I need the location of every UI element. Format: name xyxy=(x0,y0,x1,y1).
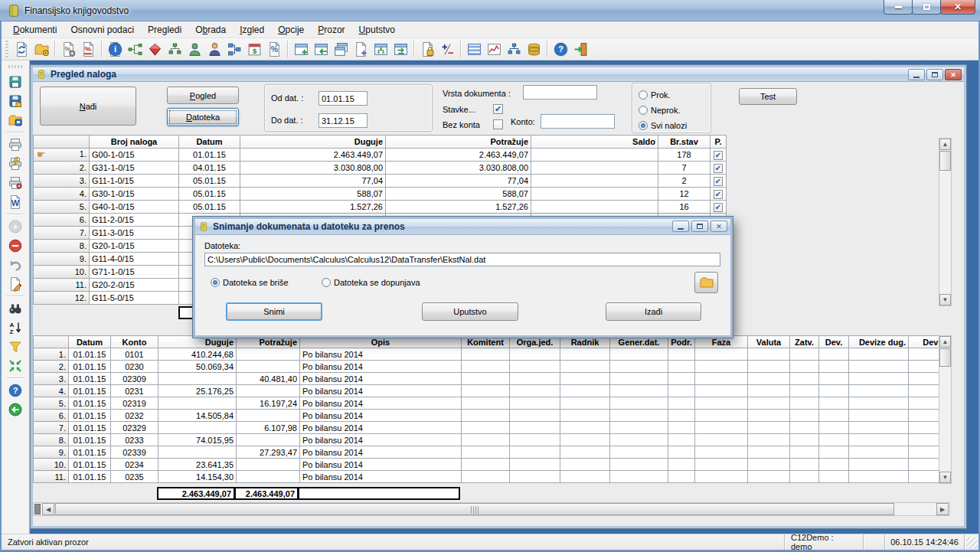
cell[interactable] xyxy=(560,422,610,434)
row-number[interactable]: 5. xyxy=(34,201,90,214)
datoteka-button[interactable]: Datoteka xyxy=(167,108,239,126)
fit-icon[interactable] xyxy=(5,356,26,375)
cell[interactable] xyxy=(462,348,510,361)
cell[interactable]: 01.01.15 xyxy=(69,373,111,385)
window-link-icon[interactable] xyxy=(390,39,410,59)
percent-doc-icon[interactable]: % xyxy=(78,39,98,59)
cell[interactable]: G00-1-0/15 xyxy=(90,149,179,162)
cell[interactable]: 1.527,26 xyxy=(240,201,386,214)
cell[interactable]: 25.176,25 xyxy=(158,385,237,397)
cell[interactable] xyxy=(695,459,748,471)
cell[interactable]: 23.641,35 xyxy=(158,459,237,471)
cell[interactable] xyxy=(668,373,695,385)
cell[interactable] xyxy=(560,434,610,446)
filter-icon[interactable] xyxy=(5,337,26,356)
cell[interactable] xyxy=(695,410,748,422)
save-icon[interactable] xyxy=(5,72,26,91)
nodes-icon[interactable] xyxy=(504,39,524,59)
split-handle[interactable] xyxy=(34,504,41,514)
child-titlebar[interactable]: Pregled naloga ✕ xyxy=(33,67,964,82)
cell[interactable] xyxy=(668,397,695,410)
cell[interactable]: 588,07 xyxy=(240,188,386,201)
posted-checkbox[interactable]: ✔ xyxy=(710,149,727,162)
cell[interactable] xyxy=(748,361,790,373)
print-settings-icon[interactable] xyxy=(5,173,26,192)
cell[interactable] xyxy=(668,422,695,434)
exit-icon[interactable] xyxy=(570,39,590,59)
cell[interactable] xyxy=(849,361,909,373)
save-as-icon[interactable] xyxy=(5,91,26,110)
stavke-checkbox[interactable]: ✔ xyxy=(493,104,503,114)
row-number[interactable]: 5. xyxy=(34,397,69,410)
snimi-button[interactable]: Snimi xyxy=(226,302,322,321)
cell[interactable]: 02329 xyxy=(111,422,158,434)
cell[interactable]: Po bilansu 2014 xyxy=(300,459,462,471)
cell[interactable]: 01.01.15 xyxy=(69,361,111,373)
percent-gear-icon[interactable]: % xyxy=(58,39,78,59)
cell[interactable] xyxy=(695,446,748,459)
cell[interactable] xyxy=(790,446,819,459)
cell[interactable] xyxy=(748,410,790,422)
menu-uputstvo[interactable]: Uputstvo xyxy=(352,22,402,38)
cell[interactable]: 2.463.449,07 xyxy=(386,149,531,162)
bez-konta-checkbox[interactable] xyxy=(493,119,503,129)
cell[interactable]: 0101 xyxy=(111,348,158,361)
employee-icon[interactable] xyxy=(185,39,204,59)
sort-icon[interactable]: AZ xyxy=(5,318,26,337)
cell[interactable]: 01.01.15 xyxy=(69,434,111,446)
dialog-restore-button[interactable] xyxy=(691,220,708,232)
cell[interactable] xyxy=(610,373,668,385)
cell[interactable] xyxy=(531,149,658,162)
cell[interactable]: 02319 xyxy=(111,397,158,410)
items-row[interactable]: 6.01.01.15023214.505,84Po bilansu 2014 xyxy=(34,410,948,422)
cell[interactable] xyxy=(748,348,790,361)
items-row[interactable]: 2.01.01.15023050.069,34Po bilansu 2014 xyxy=(34,361,948,373)
items-row[interactable]: 7.01.01.15023296.107,98Po bilansu 2014 xyxy=(34,422,948,434)
cell[interactable] xyxy=(790,422,819,434)
cell[interactable] xyxy=(695,373,748,385)
menu-prozor[interactable]: Prozor xyxy=(311,22,351,38)
row-number[interactable]: 7. xyxy=(34,422,69,434)
cell[interactable]: G20-1-0/15 xyxy=(90,240,179,253)
cell[interactable] xyxy=(849,434,909,446)
cell[interactable]: 16 xyxy=(658,201,710,214)
cell[interactable] xyxy=(510,373,560,385)
cell[interactable]: Po bilansu 2014 xyxy=(300,446,462,459)
cell[interactable] xyxy=(819,434,849,446)
items-row[interactable]: 8.01.01.15023374.015,95Po bilansu 2014 xyxy=(34,434,948,446)
cell[interactable] xyxy=(668,410,695,422)
doc-type-input[interactable] xyxy=(523,85,597,100)
radio-prok-[interactable]: Prok. xyxy=(639,87,710,103)
scroll-up-icon[interactable]: ▲ xyxy=(939,139,951,150)
cell[interactable] xyxy=(610,397,668,410)
cell[interactable] xyxy=(610,471,668,483)
row-number[interactable]: 10. xyxy=(34,266,90,279)
browse-folder-button[interactable] xyxy=(694,272,718,293)
radio-svi-nalozi[interactable]: Svi nalozi xyxy=(639,118,710,133)
radio-file-append[interactable]: Datoteka se dopunjava xyxy=(322,276,420,289)
cell[interactable] xyxy=(668,385,695,397)
hierarchy-icon[interactable] xyxy=(224,39,244,59)
posted-checkbox[interactable]: ✔ xyxy=(710,175,727,188)
row-number[interactable]: 7. xyxy=(34,227,90,240)
cell[interactable] xyxy=(158,397,237,410)
cell[interactable] xyxy=(695,385,748,397)
menu-izgled[interactable]: Izgled xyxy=(233,22,271,38)
menu-osnovni-podaci[interactable]: Osnovni podaci xyxy=(64,22,141,38)
row-number[interactable]: 12. xyxy=(34,292,90,305)
cell[interactable]: 3.030.808,00 xyxy=(386,162,531,175)
chart-icon[interactable] xyxy=(484,39,504,59)
cell[interactable]: 04.01.15 xyxy=(179,162,240,175)
cell[interactable] xyxy=(819,459,849,471)
cell[interactable]: G31-1-0/15 xyxy=(90,162,179,175)
cell[interactable]: Po bilansu 2014 xyxy=(300,361,462,373)
cell[interactable] xyxy=(790,471,819,483)
posted-checkbox[interactable]: ✔ xyxy=(710,201,727,214)
cell[interactable]: G11-3-0/15 xyxy=(90,227,179,240)
row-number[interactable]: 3. xyxy=(34,175,90,188)
test-button[interactable]: Test xyxy=(739,88,797,105)
print-fast-icon[interactable] xyxy=(5,154,26,173)
row-number[interactable]: 8. xyxy=(34,434,69,446)
plus-minus-icon[interactable] xyxy=(437,39,457,59)
cell[interactable] xyxy=(560,373,610,385)
